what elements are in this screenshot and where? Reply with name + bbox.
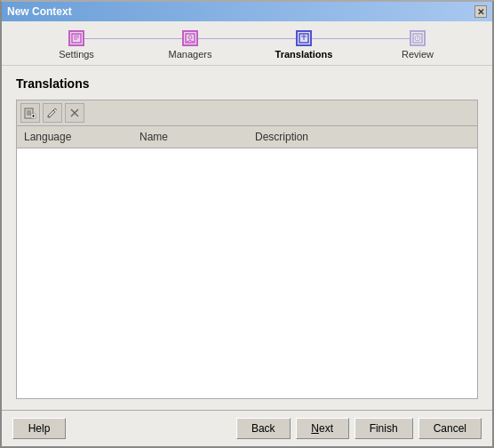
footer: Help Back Next Finish Cancel [2, 411, 492, 446]
step-review-label: Review [402, 49, 434, 60]
window-title: New Context [7, 5, 72, 18]
step-managers-label: Managers [169, 49, 212, 60]
table-body [17, 148, 477, 398]
step-review: Review [361, 30, 474, 60]
add-button[interactable] [20, 103, 40, 123]
svg-point-12 [418, 40, 418, 41]
col-description: Description [248, 129, 477, 145]
svg-line-21 [55, 108, 57, 110]
table-header: Language Name Description [17, 126, 477, 148]
col-name: Name [132, 129, 248, 145]
step-managers-icon [182, 30, 198, 46]
step-translations: Translations [247, 30, 361, 60]
content-area: Translations [2, 66, 492, 410]
step-settings: Settings [20, 30, 133, 60]
window: New Context ✕ Settings [0, 0, 494, 448]
translations-table: Language Name Description [16, 125, 478, 399]
section-title: Translations [16, 76, 478, 91]
finish-button[interactable]: Finish [355, 418, 413, 439]
step-review-icon [410, 30, 426, 46]
cancel-button[interactable]: Cancel [418, 418, 482, 439]
back-button[interactable]: Back [236, 418, 291, 439]
edit-button[interactable] [43, 103, 62, 123]
close-button[interactable]: ✕ [474, 5, 487, 18]
col-language: Language [17, 129, 132, 145]
svg-point-5 [188, 36, 192, 39]
step-managers: Managers [133, 30, 247, 60]
wizard-steps: Settings Managers [2, 21, 492, 66]
step-settings-label: Settings [59, 49, 94, 60]
translations-toolbar [16, 100, 478, 125]
delete-button[interactable] [65, 103, 84, 123]
help-button[interactable]: Help [12, 418, 66, 439]
step-translations-label: Translations [275, 49, 333, 60]
step-settings-icon [68, 30, 84, 46]
step-translations-icon [296, 30, 312, 46]
next-button[interactable]: Next [296, 418, 349, 439]
next-label: Next [311, 422, 333, 435]
title-bar: New Context ✕ [2, 2, 492, 21]
